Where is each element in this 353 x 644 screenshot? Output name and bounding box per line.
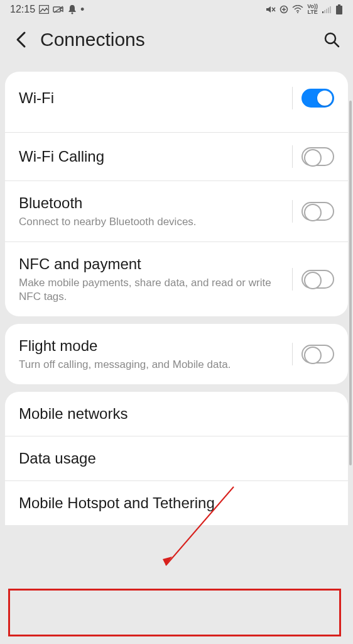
svg-rect-14: [336, 6, 342, 14]
vertical-divider: [292, 200, 293, 223]
status-time: 12:15: [10, 4, 35, 15]
dnd-icon: [68, 4, 77, 14]
data-usage-title: Data usage: [19, 449, 328, 468]
gallery-icon: [39, 5, 49, 14]
flight-mode-toggle[interactable]: [301, 345, 334, 364]
vertical-divider: [292, 87, 293, 109]
status-right: Vo))LTE: [266, 4, 343, 15]
wifi-toggle[interactable]: [301, 89, 334, 108]
bluetooth-title: Bluetooth: [19, 194, 286, 213]
nfc-row[interactable]: NFC and payment Make mobile payments, sh…: [5, 242, 348, 316]
settings-group-2: Flight mode Turn off calling, messaging,…: [5, 324, 348, 384]
nfc-toggle[interactable]: [301, 270, 334, 289]
vertical-divider: [292, 343, 293, 365]
svg-rect-9: [324, 10, 325, 13]
status-bar: 12:15 • Vo))LTE: [0, 0, 353, 18]
svg-rect-10: [326, 9, 327, 13]
annotation-highlight: [8, 589, 341, 636]
settings-group-3: Mobile networks Data usage Mobile Hotspo…: [5, 392, 348, 525]
wifi-calling-row[interactable]: Wi-Fi Calling: [5, 133, 348, 181]
wifi-title: Wi-Fi: [19, 89, 286, 108]
vertical-divider: [292, 145, 293, 168]
nfc-subtitle: Make mobile payments, share data, and re…: [19, 276, 286, 304]
settings-group-1: Wi-Fi Wi-Fi Calling Bluetooth Connect to…: [5, 72, 348, 316]
svg-point-7: [297, 12, 298, 13]
bluetooth-row[interactable]: Bluetooth Connect to nearby Bluetooth de…: [5, 181, 348, 242]
mute-icon: [266, 5, 276, 14]
wifi-row[interactable]: Wi-Fi: [5, 72, 348, 133]
search-button[interactable]: [322, 30, 342, 50]
data-usage-row[interactable]: Data usage: [5, 436, 348, 481]
wifi-calling-toggle[interactable]: [301, 147, 334, 166]
scrollbar[interactable]: [349, 101, 352, 465]
flight-mode-row[interactable]: Flight mode Turn off calling, messaging,…: [5, 324, 348, 384]
vertical-divider: [292, 268, 293, 291]
svg-rect-8: [322, 11, 323, 13]
hotspot-title: Mobile Hotspot and Tethering: [19, 494, 328, 513]
flight-title: Flight mode: [19, 336, 286, 355]
data-saver-icon: [280, 5, 288, 14]
battery-icon: [335, 4, 343, 14]
flight-subtitle: Turn off calling, messaging, and Mobile …: [19, 358, 286, 372]
camera-off-icon: [53, 5, 64, 14]
svg-marker-18: [163, 557, 172, 565]
status-left: 12:15 •: [10, 4, 84, 15]
hotspot-row[interactable]: Mobile Hotspot and Tethering: [5, 481, 348, 525]
page-title: Connections: [40, 29, 145, 50]
svg-line-16: [334, 42, 339, 47]
volte-icon: Vo))LTE: [307, 4, 318, 15]
wifi-icon: [292, 5, 303, 14]
bluetooth-toggle[interactable]: [301, 202, 334, 221]
signal-icon: [322, 5, 332, 14]
back-button[interactable]: [11, 30, 31, 50]
search-icon: [323, 31, 340, 48]
chevron-left-icon: [15, 31, 28, 48]
nfc-title: NFC and payment: [19, 255, 286, 274]
wifi-calling-title: Wi-Fi Calling: [19, 147, 286, 166]
svg-rect-13: [338, 4, 340, 6]
mobile-networks-row[interactable]: Mobile networks: [5, 392, 348, 436]
header: Connections: [0, 18, 353, 64]
svg-point-3: [72, 13, 73, 14]
svg-rect-1: [53, 7, 60, 12]
bluetooth-subtitle: Connect to nearby Bluetooth devices.: [19, 215, 286, 229]
more-dot-icon: •: [80, 4, 84, 15]
mobile-networks-title: Mobile networks: [19, 404, 328, 423]
svg-rect-11: [328, 8, 329, 13]
svg-rect-12: [330, 6, 331, 13]
